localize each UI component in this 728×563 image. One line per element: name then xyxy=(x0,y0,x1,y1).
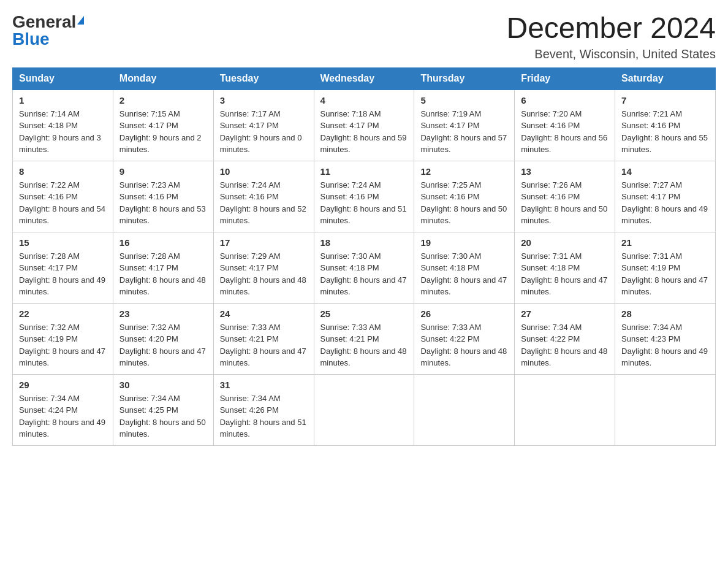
day-info: Sunrise: 7:33 AMSunset: 4:21 PMDaylight:… xyxy=(220,321,308,369)
col-friday: Friday xyxy=(515,67,615,90)
day-number: 16 xyxy=(119,237,207,248)
day-number: 2 xyxy=(119,95,207,105)
day-number: 28 xyxy=(621,308,709,319)
table-row: 12 Sunrise: 7:25 AMSunset: 4:16 PMDaylig… xyxy=(414,161,515,232)
day-number: 3 xyxy=(220,95,308,105)
day-number: 6 xyxy=(521,95,609,105)
day-info: Sunrise: 7:30 AMSunset: 4:18 PMDaylight:… xyxy=(320,250,408,298)
day-number: 27 xyxy=(521,308,609,319)
day-number: 22 xyxy=(19,308,107,319)
day-number: 7 xyxy=(621,95,709,105)
day-number: 9 xyxy=(119,166,207,177)
day-number: 11 xyxy=(320,166,408,177)
day-info: Sunrise: 7:20 AMSunset: 4:16 PMDaylight:… xyxy=(521,108,609,156)
table-row: 17 Sunrise: 7:29 AMSunset: 4:17 PMDaylig… xyxy=(213,232,314,303)
day-number: 21 xyxy=(621,237,709,248)
day-info: Sunrise: 7:31 AMSunset: 4:18 PMDaylight:… xyxy=(521,250,609,298)
table-row: 23 Sunrise: 7:32 AMSunset: 4:20 PMDaylig… xyxy=(113,303,213,374)
day-info: Sunrise: 7:34 AMSunset: 4:25 PMDaylight:… xyxy=(119,393,207,440)
day-info: Sunrise: 7:28 AMSunset: 4:17 PMDaylight:… xyxy=(19,250,107,298)
day-info: Sunrise: 7:32 AMSunset: 4:19 PMDaylight:… xyxy=(19,321,107,369)
day-number: 30 xyxy=(119,380,207,390)
col-sunday: Sunday xyxy=(13,67,113,90)
col-thursday: Thursday xyxy=(414,67,515,90)
calendar-week-row: 29 Sunrise: 7:34 AMSunset: 4:24 PMDaylig… xyxy=(13,374,716,445)
day-number: 31 xyxy=(220,380,308,390)
day-number: 15 xyxy=(19,237,107,248)
day-number: 29 xyxy=(19,380,107,390)
table-row: 29 Sunrise: 7:34 AMSunset: 4:24 PMDaylig… xyxy=(13,374,113,445)
calendar-table: Sunday Monday Tuesday Wednesday Thursday… xyxy=(12,67,716,446)
day-number: 4 xyxy=(320,95,408,105)
table-row xyxy=(314,374,414,445)
day-info: Sunrise: 7:17 AMSunset: 4:17 PMDaylight:… xyxy=(220,108,308,156)
table-row: 16 Sunrise: 7:28 AMSunset: 4:17 PMDaylig… xyxy=(113,232,213,303)
day-info: Sunrise: 7:24 AMSunset: 4:16 PMDaylight:… xyxy=(320,179,408,227)
table-row: 25 Sunrise: 7:33 AMSunset: 4:21 PMDaylig… xyxy=(314,303,414,374)
day-number: 17 xyxy=(220,237,308,248)
day-info: Sunrise: 7:33 AMSunset: 4:22 PMDaylight:… xyxy=(420,321,508,369)
day-info: Sunrise: 7:27 AMSunset: 4:17 PMDaylight:… xyxy=(621,179,709,227)
table-row: 15 Sunrise: 7:28 AMSunset: 4:17 PMDaylig… xyxy=(13,232,113,303)
day-info: Sunrise: 7:34 AMSunset: 4:26 PMDaylight:… xyxy=(220,393,308,440)
table-row: 1 Sunrise: 7:14 AMSunset: 4:18 PMDayligh… xyxy=(13,90,113,161)
day-info: Sunrise: 7:26 AMSunset: 4:16 PMDaylight:… xyxy=(521,179,609,227)
col-wednesday: Wednesday xyxy=(314,67,414,90)
day-number: 5 xyxy=(420,95,508,105)
day-info: Sunrise: 7:15 AMSunset: 4:17 PMDaylight:… xyxy=(119,108,207,156)
table-row: 28 Sunrise: 7:34 AMSunset: 4:23 PMDaylig… xyxy=(615,303,716,374)
table-row: 20 Sunrise: 7:31 AMSunset: 4:18 PMDaylig… xyxy=(515,232,615,303)
day-number: 19 xyxy=(420,237,508,248)
day-number: 20 xyxy=(521,237,609,248)
table-row: 2 Sunrise: 7:15 AMSunset: 4:17 PMDayligh… xyxy=(113,90,213,161)
day-info: Sunrise: 7:14 AMSunset: 4:18 PMDaylight:… xyxy=(19,108,107,156)
col-tuesday: Tuesday xyxy=(213,67,314,90)
day-info: Sunrise: 7:21 AMSunset: 4:16 PMDaylight:… xyxy=(621,108,709,156)
table-row: 4 Sunrise: 7:18 AMSunset: 4:17 PMDayligh… xyxy=(314,90,414,161)
calendar-week-row: 1 Sunrise: 7:14 AMSunset: 4:18 PMDayligh… xyxy=(13,90,716,161)
table-row: 22 Sunrise: 7:32 AMSunset: 4:19 PMDaylig… xyxy=(13,303,113,374)
table-row: 26 Sunrise: 7:33 AMSunset: 4:22 PMDaylig… xyxy=(414,303,515,374)
table-row xyxy=(515,374,615,445)
month-title: December 2024 xyxy=(506,12,716,45)
day-info: Sunrise: 7:29 AMSunset: 4:17 PMDaylight:… xyxy=(220,250,308,298)
table-row: 3 Sunrise: 7:17 AMSunset: 4:17 PMDayligh… xyxy=(213,90,314,161)
table-row: 27 Sunrise: 7:34 AMSunset: 4:22 PMDaylig… xyxy=(515,303,615,374)
day-number: 1 xyxy=(19,95,107,105)
table-row: 13 Sunrise: 7:26 AMSunset: 4:16 PMDaylig… xyxy=(515,161,615,232)
day-info: Sunrise: 7:33 AMSunset: 4:21 PMDaylight:… xyxy=(320,321,408,369)
day-info: Sunrise: 7:34 AMSunset: 4:22 PMDaylight:… xyxy=(521,321,609,369)
day-info: Sunrise: 7:32 AMSunset: 4:20 PMDaylight:… xyxy=(119,321,207,369)
day-number: 26 xyxy=(420,308,508,319)
table-row: 24 Sunrise: 7:33 AMSunset: 4:21 PMDaylig… xyxy=(213,303,314,374)
calendar-week-row: 15 Sunrise: 7:28 AMSunset: 4:17 PMDaylig… xyxy=(13,232,716,303)
table-row: 9 Sunrise: 7:23 AMSunset: 4:16 PMDayligh… xyxy=(113,161,213,232)
table-row: 10 Sunrise: 7:24 AMSunset: 4:16 PMDaylig… xyxy=(213,161,314,232)
table-row: 30 Sunrise: 7:34 AMSunset: 4:25 PMDaylig… xyxy=(113,374,213,445)
col-saturday: Saturday xyxy=(615,67,716,90)
table-row: 7 Sunrise: 7:21 AMSunset: 4:16 PMDayligh… xyxy=(615,90,716,161)
col-monday: Monday xyxy=(113,67,213,90)
table-row: 11 Sunrise: 7:24 AMSunset: 4:16 PMDaylig… xyxy=(314,161,414,232)
day-number: 10 xyxy=(220,166,308,177)
day-info: Sunrise: 7:24 AMSunset: 4:16 PMDaylight:… xyxy=(220,179,308,227)
day-number: 24 xyxy=(220,308,308,319)
logo-arrow-icon xyxy=(77,16,84,25)
table-row: 8 Sunrise: 7:22 AMSunset: 4:16 PMDayligh… xyxy=(13,161,113,232)
day-number: 25 xyxy=(320,308,408,319)
table-row xyxy=(414,374,515,445)
day-info: Sunrise: 7:34 AMSunset: 4:23 PMDaylight:… xyxy=(621,321,709,369)
calendar-week-row: 22 Sunrise: 7:32 AMSunset: 4:19 PMDaylig… xyxy=(13,303,716,374)
calendar-week-row: 8 Sunrise: 7:22 AMSunset: 4:16 PMDayligh… xyxy=(13,161,716,232)
table-row: 5 Sunrise: 7:19 AMSunset: 4:17 PMDayligh… xyxy=(414,90,515,161)
page-header: General Blue December 2024 Bevent, Wisco… xyxy=(12,12,716,61)
table-row: 31 Sunrise: 7:34 AMSunset: 4:26 PMDaylig… xyxy=(213,374,314,445)
day-info: Sunrise: 7:22 AMSunset: 4:16 PMDaylight:… xyxy=(19,179,107,227)
table-row: 6 Sunrise: 7:20 AMSunset: 4:16 PMDayligh… xyxy=(515,90,615,161)
day-number: 13 xyxy=(521,166,609,177)
day-info: Sunrise: 7:31 AMSunset: 4:19 PMDaylight:… xyxy=(621,250,709,298)
day-number: 12 xyxy=(420,166,508,177)
location-text: Bevent, Wisconsin, United States xyxy=(506,47,716,61)
table-row: 14 Sunrise: 7:27 AMSunset: 4:17 PMDaylig… xyxy=(615,161,716,232)
day-info: Sunrise: 7:34 AMSunset: 4:24 PMDaylight:… xyxy=(19,393,107,440)
